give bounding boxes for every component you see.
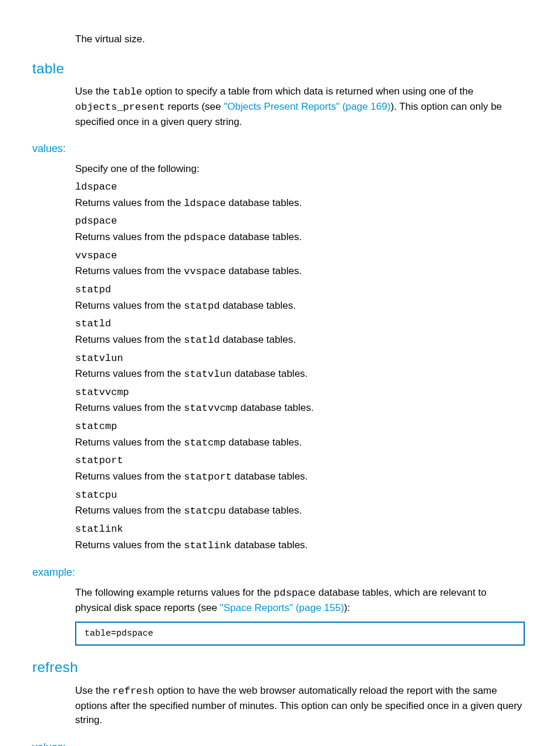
dd-pre: Returns values from the [75,197,184,208]
dd-post: database tables. [226,505,302,516]
dd-pre: Returns values from the [75,505,184,516]
dd-pre: Returns values from the [75,539,184,551]
dd-post: database tables. [232,368,308,379]
dd-code: statpd [184,301,220,312]
dd-code: vvspace [184,266,225,277]
table-desc-mid2: reports (see [165,101,224,112]
dd-post: database tables. [232,471,308,482]
term: ldspace [75,180,525,195]
table-desc-code1: table [112,86,142,97]
dd-pre: Returns values from the [75,368,184,379]
example-post: ): [344,602,350,613]
definition: Returns values from the statlink databas… [75,538,525,553]
dd-code: statvlun [184,369,232,380]
term: statld [75,317,525,332]
objects-present-reports-link[interactable]: "Objects Present Reports" (page 169) [224,101,390,112]
example-description: The following example returns values for… [75,586,525,615]
dd-pre: Returns values from the [75,402,184,413]
term: statpd [75,283,525,298]
definition: Returns values from the pdspace database… [75,230,525,245]
term: statlink [75,522,525,537]
definition: Returns values from the statport databas… [75,470,525,485]
definition: Returns values from the statcpu database… [75,504,525,519]
dd-pre: Returns values from the [75,300,184,311]
definition: Returns values from the statcmp database… [75,436,525,451]
term: statcmp [75,420,525,434]
dd-code: statlink [184,540,232,551]
dd-post: database tables. [220,334,295,345]
example-codebox: table=pdspace [75,622,525,646]
dd-post: database tables. [226,197,302,208]
table-desc-mid1: option to specify a table from which dat… [142,86,473,97]
refresh-pre: Use the [75,685,112,696]
dd-code: statcmp [184,437,225,448]
dd-pre: Returns values from the [75,437,184,448]
example-code: pdspace [274,588,315,599]
heading-values-table: values: [32,141,525,156]
refresh-code: refresh [112,686,154,697]
example-pre: The following example returns values for… [75,587,274,598]
dd-post: database tables. [238,402,313,413]
dd-post: database tables. [226,231,302,242]
dd-post: database tables. [226,437,302,448]
vsize-text: The virtual size. [75,32,525,47]
dd-code: ldspace [184,198,225,209]
heading-refresh: refresh [32,657,525,678]
term: statcpu [75,488,525,503]
term: vvspace [75,249,525,264]
dd-code: statcpu [184,505,225,517]
dd-post: database tables. [220,300,295,311]
definition: Returns values from the ldspace database… [75,196,525,211]
table-desc-code2: objects_present [75,102,165,113]
definition: Returns values from the statvvcmp databa… [75,401,525,416]
dd-pre: Returns values from the [75,471,184,482]
table-description: Use the table option to specify a table … [75,85,525,129]
dd-code: statld [184,335,220,346]
term: statport [75,454,525,468]
table-desc-pre: Use the [75,86,112,97]
space-reports-link[interactable]: "Space Reports" (page 155) [220,602,344,613]
dd-code: statport [184,471,232,482]
values-intro: Specify one of the following: [75,162,525,177]
heading-example: example: [32,565,525,580]
definition: Returns values from the vvspace database… [75,264,525,279]
definition: Returns values from the statpd database … [75,299,525,314]
dd-code: pdspace [184,232,225,243]
dd-post: database tables. [226,265,302,276]
definition-list: ldspace Returns values from the ldspace … [75,180,525,553]
dd-pre: Returns values from the [75,265,184,276]
term: statvlun [75,352,525,366]
dd-code: statvvcmp [184,403,238,414]
heading-table: table [32,59,525,79]
term: pdspace [75,214,525,229]
refresh-description: Use the refresh option to have the web b… [75,684,525,728]
definition: Returns values from the statvlun databas… [75,367,525,382]
definition: Returns values from the statld database … [75,333,525,348]
dd-post: database tables. [232,539,308,551]
dd-pre: Returns values from the [75,231,184,242]
dd-pre: Returns values from the [75,334,184,345]
heading-values-refresh: values: [32,740,525,746]
term: statvvcmp [75,386,525,400]
